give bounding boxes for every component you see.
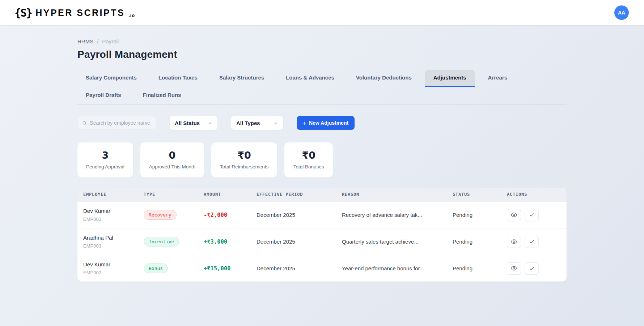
stat-label: Total Bonuses xyxy=(293,164,324,170)
effective-period-cell: December 2025 xyxy=(251,259,336,278)
new-adjustment-label: New Adjustment xyxy=(309,120,348,126)
tab-arrears[interactable]: Arrears xyxy=(480,70,516,87)
status-cell: Pending xyxy=(447,206,501,224)
approve-button[interactable] xyxy=(525,236,539,248)
amount-cell: +₹3,000 xyxy=(198,232,251,251)
tab-finalized-runs[interactable]: Finalized Runs xyxy=(135,87,190,104)
filter-row: All Status All Types + New Adjustment xyxy=(77,116,567,130)
type-filter-select[interactable]: All Types xyxy=(231,116,284,130)
breadcrumb-hrms[interactable]: HRMS xyxy=(77,38,93,44)
topbar: {S} HYPER SCRIPTS .io AA xyxy=(0,0,644,25)
stat-label: Approved This Month xyxy=(149,164,195,170)
tab-payroll-drafts[interactable]: Payroll Drafts xyxy=(77,87,130,104)
status-cell: Pending xyxy=(447,259,501,278)
actions-cell xyxy=(501,203,567,227)
actions-cell xyxy=(501,256,567,281)
brand-logo[interactable]: {S} HYPER SCRIPTS .io xyxy=(14,7,135,19)
approve-button[interactable] xyxy=(525,262,539,275)
check-icon xyxy=(529,212,535,218)
effective-period-cell: December 2025 xyxy=(251,206,336,224)
type-cell: Recovery xyxy=(138,204,198,226)
view-button[interactable] xyxy=(507,209,521,221)
type-cell: Bonus xyxy=(138,257,198,280)
eye-icon xyxy=(511,212,517,218)
check-icon xyxy=(529,239,535,245)
effective-period-cell: December 2025 xyxy=(251,232,336,251)
stat-label: Pending Approval xyxy=(86,164,124,170)
search-box xyxy=(77,116,156,130)
type-badge: Recovery xyxy=(144,210,177,220)
employee-id: EMP003 xyxy=(83,243,132,249)
employee-id: EMP002 xyxy=(83,216,132,222)
employee-cell: Dev Kumar EMP002 xyxy=(77,202,138,228)
breadcrumb-payroll: Payroll xyxy=(102,38,119,44)
search-input[interactable] xyxy=(90,120,152,126)
search-icon xyxy=(82,120,87,126)
logo-brace-icon: {S} xyxy=(14,7,32,19)
check-icon xyxy=(529,266,535,271)
reason-cell: Quarterly sales target achieve... xyxy=(336,232,447,251)
adjustments-table: EMPLOYEE TYPE AMOUNT EFFECTIVE PERIOD RE… xyxy=(77,188,567,282)
employee-name: Dev Kumar xyxy=(83,208,132,214)
approve-button[interactable] xyxy=(525,209,539,221)
column-header-reason: REASON xyxy=(336,188,447,201)
type-badge: Bonus xyxy=(144,263,168,274)
stat-pending-approval: 3 Pending Approval xyxy=(77,142,133,177)
tab-loans-advances[interactable]: Loans & Advances xyxy=(277,70,343,87)
page-title: Payroll Management xyxy=(77,49,567,60)
chevron-down-icon xyxy=(274,121,278,125)
column-header-employee: EMPLOYEE xyxy=(77,188,138,201)
column-header-status: STATUS xyxy=(447,188,501,201)
logo-tld: .io xyxy=(128,13,135,19)
column-header-effective-period: EFFECTIVE PERIOD xyxy=(251,188,336,201)
tab-location-taxes[interactable]: Location Taxes xyxy=(150,70,206,87)
stats-row: 3 Pending Approval 0 Approved This Month… xyxy=(77,142,567,177)
employee-cell: Dev Kumar EMP002 xyxy=(77,255,138,282)
table-row: Dev Kumar EMP002 Recovery -₹2,000 Decemb… xyxy=(77,201,567,228)
chevron-down-icon xyxy=(208,121,212,125)
stat-total-bonuses: ₹0 Total Bonuses xyxy=(284,142,333,177)
stat-label: Total Reimbursements xyxy=(220,164,268,170)
employee-name: Dev Kumar xyxy=(83,261,132,267)
status-filter-select[interactable]: All Status xyxy=(169,116,218,130)
column-header-type: TYPE xyxy=(138,188,198,201)
column-header-amount: AMOUNT xyxy=(198,188,251,201)
tab-salary-structures[interactable]: Salary Structures xyxy=(211,70,272,87)
logo-text: HYPER SCRIPTS xyxy=(35,8,125,18)
table-header-row: EMPLOYEE TYPE AMOUNT EFFECTIVE PERIOD RE… xyxy=(77,188,567,201)
stat-total-reimbursements: ₹0 Total Reimbursements xyxy=(211,142,277,177)
table-row: Dev Kumar EMP002 Bonus +₹15,000 December… xyxy=(77,255,567,282)
stat-value: 3 xyxy=(86,150,124,161)
eye-icon xyxy=(511,265,517,271)
amount-cell: +₹15,000 xyxy=(198,259,251,278)
table-row: Aradhna Pal EMP003 Incentive +₹3,000 Dec… xyxy=(77,228,567,255)
reason-cell: Recovery of advance salary tak... xyxy=(336,206,447,224)
column-header-actions: ACTIONS xyxy=(501,188,567,201)
status-cell: Pending xyxy=(447,232,501,251)
stat-value: ₹0 xyxy=(293,150,324,161)
breadcrumb-separator: / xyxy=(97,38,98,44)
actions-cell xyxy=(501,230,567,254)
type-badge: Incentive xyxy=(144,237,179,247)
eye-icon xyxy=(511,239,517,245)
breadcrumb: HRMS / Payroll xyxy=(77,38,567,44)
view-button[interactable] xyxy=(507,262,521,275)
status-filter-value: All Status xyxy=(175,120,200,126)
employee-name: Aradhna Pal xyxy=(83,235,132,241)
type-filter-value: All Types xyxy=(236,120,260,126)
employee-cell: Aradhna Pal EMP003 xyxy=(77,228,138,255)
tab-salary-components[interactable]: Salary Components xyxy=(77,70,145,87)
view-button[interactable] xyxy=(507,236,521,248)
tab-voluntary-deductions[interactable]: Voluntary Deductions xyxy=(348,70,420,87)
stat-approved-this-month: 0 Approved This Month xyxy=(140,142,204,177)
stat-value: ₹0 xyxy=(220,150,268,161)
main-content: HRMS / Payroll Payroll Management Salary… xyxy=(77,38,567,282)
stat-value: 0 xyxy=(149,150,195,161)
amount-cell: -₹2,000 xyxy=(198,206,251,224)
new-adjustment-button[interactable]: + New Adjustment xyxy=(297,116,355,130)
tab-adjustments[interactable]: Adjustments xyxy=(425,70,475,87)
user-avatar[interactable]: AA xyxy=(614,5,629,20)
reason-cell: Year-end performance bonus for... xyxy=(336,259,447,278)
type-cell: Incentive xyxy=(138,231,198,253)
plus-icon: + xyxy=(303,120,306,126)
